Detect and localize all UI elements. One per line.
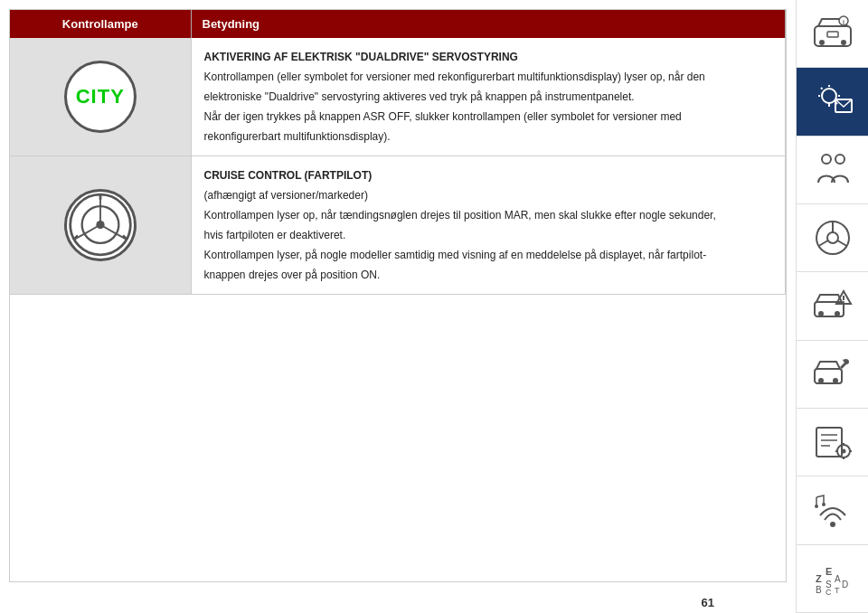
svg-line-31 (819, 240, 828, 246)
car-info-icon: i (811, 12, 854, 55)
svg-point-34 (818, 311, 824, 316)
svg-point-51 (830, 522, 835, 527)
city-text: CITY (76, 85, 125, 108)
settings-list-icon (811, 420, 854, 464)
svg-line-5 (84, 225, 100, 234)
sidebar-item-language[interactable]: Z E B S A C T D (797, 545, 868, 613)
warning-light-icon (811, 80, 854, 123)
sidebar-item-settings-list[interactable] (797, 409, 868, 476)
city-title: AKTIVERING AF ELEKTRISK "DUALDRIVE" SERV… (204, 49, 773, 65)
icon-cell-city: CITY (10, 38, 191, 156)
cruise-line2: Kontrollampen lyser op, når tændingsnøgl… (204, 207, 773, 223)
sidebar-item-car-info[interactable]: i (797, 0, 868, 68)
svg-line-23 (821, 88, 823, 90)
city-line3: Når der igen trykkes på knappen ASR OFF,… (204, 108, 773, 125)
sidebar-item-car-service[interactable] (797, 341, 868, 409)
sidebar-item-people-safety[interactable] (797, 137, 868, 204)
sidebar-item-connectivity[interactable] (797, 476, 868, 544)
svg-text:C: C (826, 588, 832, 597)
svg-line-11 (73, 236, 78, 240)
city-description: AKTIVERING AF ELEKTRISK "DUALDRIVE" SERV… (204, 49, 773, 145)
sidebar-item-car-warning[interactable] (797, 272, 868, 340)
city-line2: elektroniske "Dualdrive" servostyring ak… (204, 89, 773, 105)
cruise-description: CRUISE CONTROL (FARTPILOT) (afhængigt af… (204, 167, 773, 283)
bottom-bar: 61 (0, 591, 796, 613)
svg-point-35 (835, 311, 840, 316)
car-warning-icon (811, 284, 854, 327)
page-number: 61 (702, 596, 714, 609)
city-line4: rekonfigurerbart multifunktionsdisplay). (204, 128, 773, 145)
cruise-line3: hvis fartpiloten er deaktiveret. (204, 227, 773, 243)
svg-point-18 (822, 89, 836, 103)
svg-point-40 (833, 378, 838, 383)
steering-wheel-icon (811, 216, 854, 259)
city-icon: CITY (64, 61, 137, 133)
svg-text:E: E (826, 566, 832, 577)
svg-text:Z: Z (816, 573, 822, 584)
svg-text:T: T (835, 586, 840, 595)
text-cell-cruise: CRUISE CONTROL (FARTPILOT) (afhængigt af… (191, 156, 786, 295)
cruise-title: CRUISE CONTROL (FARTPILOT) (204, 167, 773, 184)
text-cell-city: AKTIVERING AF ELEKTRISK "DUALDRIVE" SERV… (191, 38, 786, 156)
cruise-svg (67, 191, 134, 259)
table-row: CRUISE CONTROL (FARTPILOT) (afhængigt af… (10, 156, 786, 295)
svg-point-29 (827, 232, 838, 243)
cruise-line4: Kontrollampen lyser, på nogle modeller s… (204, 247, 773, 263)
sidebar: i (796, 0, 868, 613)
cruise-line1: (afhængigt af versioner/markeder) (204, 187, 773, 203)
svg-point-46 (842, 449, 846, 454)
car-service-icon (811, 353, 854, 396)
svg-text:D: D (842, 580, 848, 589)
city-line1: Kontrollampen (eller symbolet for versio… (204, 69, 773, 85)
sidebar-item-steering-wheel[interactable] (797, 204, 868, 272)
icon-cell-cruise (10, 156, 191, 295)
people-safety-icon (811, 148, 854, 192)
table-row: CITY AKTIVERING AF ELEKTRISK "DUALDRIVE"… (10, 38, 786, 156)
sidebar-item-warning-light[interactable] (797, 68, 868, 136)
info-table: Kontrollampe Betydning CITY AKTIVERING A… (10, 10, 786, 295)
table-wrapper: Kontrollampe Betydning CITY AKTIVERING A… (9, 9, 787, 582)
svg-line-32 (837, 240, 846, 246)
svg-point-13 (819, 40, 825, 45)
svg-point-53 (822, 503, 826, 506)
svg-rect-15 (827, 32, 838, 37)
col-header-betydning: Betydning (191, 10, 786, 38)
svg-point-27 (835, 155, 844, 164)
cruise-line5: knappen drejes over på position ON. (204, 267, 773, 283)
svg-point-26 (822, 155, 831, 164)
svg-point-14 (841, 40, 846, 45)
connectivity-icon (811, 488, 854, 532)
svg-point-37 (843, 301, 844, 303)
svg-point-39 (818, 378, 824, 383)
svg-point-52 (815, 505, 818, 508)
svg-line-4 (100, 225, 117, 234)
svg-text:B: B (816, 585, 822, 595)
col-header-kontrollampe: Kontrollampe (10, 10, 191, 38)
svg-text:A: A (835, 574, 841, 584)
svg-line-10 (123, 236, 127, 240)
main-content: Kontrollampe Betydning CITY AKTIVERING A… (0, 0, 796, 613)
cruise-control-icon (64, 189, 137, 261)
language-icon: Z E B S A C T D (811, 557, 854, 600)
svg-text:i: i (843, 19, 844, 25)
